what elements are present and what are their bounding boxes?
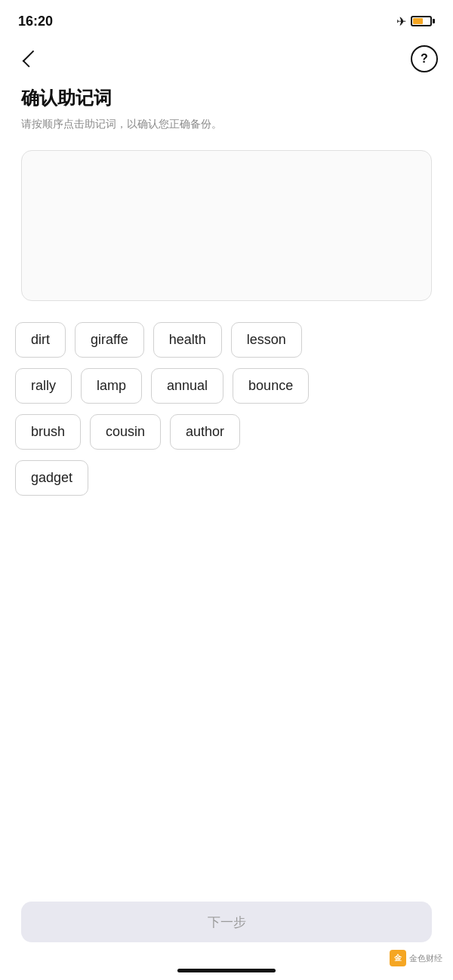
page-content: 确认助记词 请按顺序点击助记词，以确认您正确备份。 (0, 78, 453, 301)
page-subtitle: 请按顺序点击助记词，以确认您正确备份。 (21, 116, 432, 132)
word-selection-box (21, 150, 432, 301)
watermark: 金色财经 (390, 950, 442, 966)
word-chip-dirt[interactable]: dirt (15, 322, 66, 358)
word-chip-giraffe[interactable]: giraffe (75, 322, 144, 358)
word-chip-cousin[interactable]: cousin (90, 414, 161, 450)
word-chip-author[interactable]: author (170, 414, 240, 450)
bottom-area: 下一步 (0, 902, 453, 942)
page-title: 确认助记词 (21, 86, 432, 110)
next-button[interactable]: 下一步 (21, 902, 432, 942)
watermark-text: 金色财经 (409, 953, 442, 964)
back-button[interactable] (15, 45, 42, 72)
word-chip-lamp[interactable]: lamp (81, 368, 142, 404)
help-button[interactable]: ? (411, 45, 438, 72)
nav-bar: ? (0, 39, 453, 78)
battery-tip (433, 19, 435, 23)
word-chip-gadget[interactable]: gadget (15, 460, 88, 496)
word-chip-brush[interactable]: brush (15, 414, 81, 450)
word-chip-lesson[interactable]: lesson (231, 322, 302, 358)
battery-body (411, 16, 432, 26)
back-chevron-icon (23, 51, 40, 68)
watermark-logo (390, 950, 406, 966)
word-chip-health[interactable]: health (153, 322, 222, 358)
word-chip-bounce[interactable]: bounce (233, 368, 309, 404)
word-chip-annual[interactable]: annual (151, 368, 223, 404)
words-row-2: rally lamp annual bounce (15, 368, 438, 404)
airplane-icon: ✈ (396, 14, 406, 29)
words-row-4: gadget (15, 460, 438, 496)
words-row-1: dirt giraffe health lesson (15, 322, 438, 358)
words-container: dirt giraffe health lesson rally lamp an… (0, 322, 453, 496)
battery-fill (413, 18, 423, 24)
words-row-3: brush cousin author (15, 414, 438, 450)
home-indicator (177, 969, 276, 972)
status-bar: 16:20 ✈ (0, 0, 453, 39)
status-time: 16:20 (18, 14, 53, 29)
status-icons: ✈ (396, 14, 435, 29)
battery-icon (411, 16, 435, 26)
word-chip-rally[interactable]: rally (15, 368, 72, 404)
